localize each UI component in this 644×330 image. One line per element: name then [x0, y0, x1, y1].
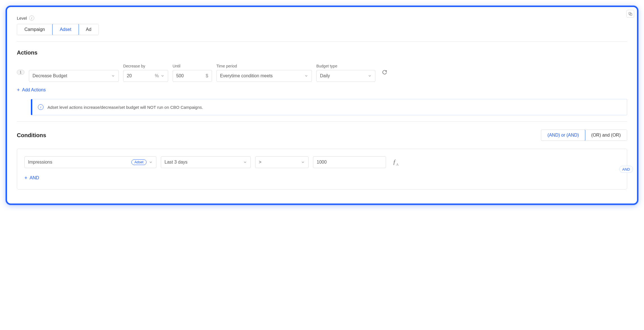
chevron-down-icon — [161, 74, 165, 78]
conditions-heading: Conditions — [17, 132, 46, 139]
threshold-input[interactable]: 1000 — [313, 156, 386, 168]
divider — [17, 121, 627, 122]
decrease-input[interactable]: 20 % — [123, 70, 168, 82]
level-adset[interactable]: Adset — [52, 24, 79, 35]
chevron-down-icon — [243, 160, 247, 164]
level-segmented: Campaign Adset Ad — [17, 24, 99, 35]
budget-type-value: Daily — [320, 73, 330, 78]
group-connector-tag: AND — [619, 166, 633, 173]
chevron-down-icon — [111, 74, 115, 78]
info-icon[interactable]: i — [29, 15, 34, 21]
plus-icon: + — [24, 175, 28, 180]
until-value: 500 — [176, 73, 184, 78]
threshold-value: 1000 — [317, 160, 327, 165]
budget-type-select[interactable]: Daily — [316, 70, 375, 82]
budget-type-label: Budget type — [316, 64, 375, 68]
metric-select[interactable]: Impressions Adset — [24, 156, 156, 168]
operator-value: > — [259, 160, 261, 165]
chevron-down-icon — [368, 74, 372, 78]
period-label: Time period — [216, 64, 312, 68]
formula-button[interactable]: ƒA — [390, 158, 401, 167]
step-badge: 1 — [17, 70, 24, 75]
info-icon: i — [38, 104, 44, 110]
timerange-select[interactable]: Last 3 days — [161, 156, 251, 168]
until-label: Until — [173, 64, 212, 68]
chevron-down-icon — [149, 160, 153, 164]
period-value: Everytime condition meets — [220, 73, 273, 78]
action-type-value: Decrease Budget — [33, 73, 67, 78]
until-unit: $ — [203, 73, 208, 78]
until-input[interactable]: 500 $ — [173, 70, 212, 82]
add-actions-button[interactable]: + Add Actions — [17, 87, 46, 92]
scope-pill: Adset — [131, 159, 147, 165]
level-ad[interactable]: Ad — [79, 24, 99, 35]
action-row: 1 Decrease Budget Decrease by 20 % Until — [17, 64, 627, 82]
copy-icon — [628, 12, 632, 16]
metric-value: Impressions — [28, 160, 52, 165]
timerange-value: Last 3 days — [165, 160, 188, 165]
add-actions-label: Add Actions — [22, 87, 46, 92]
operator-select[interactable]: > — [255, 156, 309, 168]
action-type-select[interactable]: Decrease Budget — [29, 70, 119, 82]
rule-builder-panel: Level i Campaign Adset Ad Actions 1 Decr… — [6, 6, 638, 205]
level-label: Level — [17, 16, 27, 21]
actions-heading: Actions — [17, 49, 627, 56]
chevron-down-icon — [304, 74, 308, 78]
info-banner: i Adset level actions increase/decrease/… — [31, 99, 627, 115]
condition-row: Impressions Adset Last 3 days > 1000 — [24, 156, 620, 168]
logic-and[interactable]: (AND) or (AND) — [541, 130, 585, 141]
decrease-unit: % — [152, 73, 159, 78]
decrease-value: 20 — [127, 73, 132, 78]
decrease-label: Decrease by — [123, 64, 168, 68]
info-text: Adset level actions increase/decrease/se… — [47, 105, 203, 110]
refresh-icon — [382, 70, 387, 75]
chevron-down-icon — [301, 160, 305, 164]
add-condition-button[interactable]: + AND — [24, 175, 39, 180]
level-campaign[interactable]: Campaign — [17, 24, 52, 35]
plus-icon: + — [17, 87, 20, 92]
logic-segmented: (AND) or (AND) (OR) and (OR) — [541, 130, 627, 141]
logic-or[interactable]: (OR) and (OR) — [585, 130, 627, 141]
add-condition-label: AND — [30, 175, 39, 180]
condition-group: Impressions Adset Last 3 days > 1000 — [17, 149, 627, 189]
period-select[interactable]: Everytime condition meets — [216, 70, 312, 82]
divider — [17, 41, 627, 42]
copy-button[interactable] — [626, 10, 634, 18]
reset-button[interactable] — [380, 67, 389, 77]
